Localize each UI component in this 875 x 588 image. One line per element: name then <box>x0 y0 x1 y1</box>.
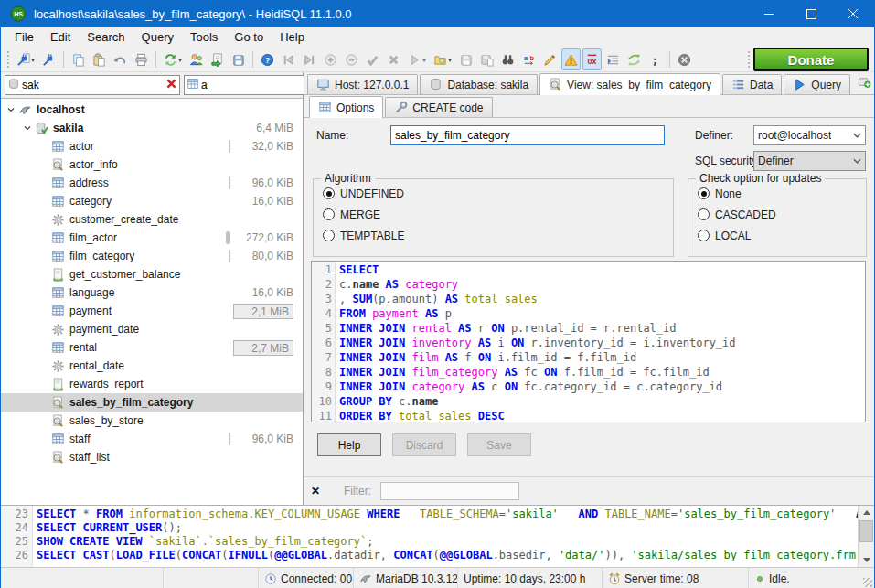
tree-item-rental_date[interactable]: rental_date <box>1 357 303 375</box>
tree-item-sales_by_film_category[interactable]: sales_by_film_category <box>1 393 303 412</box>
new-query-tab-icon[interactable] <box>858 75 871 91</box>
tab-data[interactable]: Data <box>722 74 782 94</box>
save-button[interactable]: Save <box>467 433 531 456</box>
tab-database-sakila[interactable]: Database: sakila <box>420 74 538 94</box>
editor-code[interactable]: SELECTc.name AS category, SUM(p.amount) … <box>336 262 865 422</box>
help-button[interactable]: Help <box>317 433 381 456</box>
menu-help[interactable]: Help <box>272 27 313 48</box>
check-option-radio-local[interactable]: LOCAL <box>698 229 866 242</box>
menu-search[interactable]: Search <box>79 27 133 48</box>
copy-button[interactable] <box>69 48 88 70</box>
refresh-button[interactable]: ▾ <box>161 48 185 70</box>
radio-icon[interactable] <box>323 208 335 220</box>
dropdown-arrow-icon[interactable]: ▾ <box>31 56 35 64</box>
close-button[interactable] <box>832 0 874 27</box>
tree-item-category[interactable]: category 16,0 KiB <box>1 192 303 210</box>
print-button[interactable] <box>132 48 151 70</box>
tree-item-staff[interactable]: staff 96,0 KiB <box>1 430 303 448</box>
dropdown-arrow-icon[interactable]: ▾ <box>448 56 452 64</box>
subtab-create-code[interactable]: CREATE code <box>385 97 492 117</box>
tree-item-payment_date[interactable]: payment_date <box>1 320 303 338</box>
view-name-input[interactable] <box>390 125 665 145</box>
tree-item-localhost[interactable]: localhost <box>1 101 303 119</box>
paste-button[interactable] <box>90 48 109 70</box>
algorithm-radio-temptable[interactable]: TEMPTABLE <box>323 229 673 242</box>
tab-host-127-0-0-1[interactable]: Host: 127.0.0.1 <box>307 74 418 94</box>
tab-query[interactable]: Query <box>784 74 850 94</box>
tab-view-sales-by-film-category[interactable]: View: sales_by_film_category <box>539 73 720 95</box>
algorithm-radio-merge[interactable]: MERGE <box>323 208 673 221</box>
tree-item-rewards_report[interactable]: rewards_report <box>1 375 303 393</box>
donate-grip[interactable] <box>746 51 751 68</box>
radio-icon[interactable] <box>323 230 335 241</box>
donate-button[interactable]: Donate <box>753 48 869 71</box>
session-manager-button[interactable]: ▾ <box>14 48 37 70</box>
reformat-sql-button[interactable] <box>540 48 560 70</box>
tree-item-sakila[interactable]: sakila 6,4 MiB <box>1 119 303 137</box>
definer-combo[interactable]: root@localhost <box>753 125 866 145</box>
resize-grip[interactable] <box>863 578 872 587</box>
discard-button[interactable]: Discard <box>392 433 456 456</box>
discard-changes-button[interactable] <box>384 48 403 70</box>
menu-file[interactable]: File <box>6 27 42 48</box>
indent-button[interactable] <box>603 48 623 70</box>
scrollbar-up-icon[interactable] <box>859 506 874 519</box>
kill-query-button[interactable] <box>675 48 694 70</box>
menu-tools[interactable]: Tools <box>182 27 226 48</box>
maximize-button[interactable] <box>790 0 832 27</box>
export-tables-button[interactable] <box>208 48 227 70</box>
subtab-options[interactable]: Options <box>309 96 383 118</box>
help-button[interactable]: ? <box>258 48 277 70</box>
tree-item-staff_list[interactable]: staff_list <box>1 448 303 466</box>
check-option-radio-none[interactable]: None <box>698 187 866 200</box>
tree-item-rental[interactable]: rental 2,7 MiB <box>1 338 303 357</box>
scrollbar-thumb[interactable] <box>859 520 873 542</box>
undo-button[interactable] <box>111 48 130 70</box>
scrollbar-down-icon[interactable] <box>859 553 874 567</box>
save-sql-as-button[interactable] <box>477 48 496 70</box>
query-parameters-button[interactable] <box>624 48 644 70</box>
sql-security-combo[interactable]: Definer <box>753 151 866 171</box>
tree-item-language[interactable]: language 16,0 KiB <box>1 283 303 302</box>
database-filter-input[interactable] <box>20 79 165 91</box>
execute-sql-button[interactable]: ▾ <box>405 48 429 70</box>
tree-item-address[interactable]: address 96,0 KiB <box>1 174 303 192</box>
view-select-editor[interactable]: 1234567891011 SELECTc.name AS category, … <box>311 261 866 422</box>
replace-text-button[interactable]: ab <box>519 48 539 70</box>
load-sql-file-button[interactable]: ▾ <box>431 48 454 70</box>
tree-item-payment[interactable]: payment 2,1 MiB <box>1 302 303 320</box>
last-row-button[interactable] <box>300 48 319 70</box>
menu-query[interactable]: Query <box>133 27 182 48</box>
tree-item-get_customer_balance[interactable]: get_customer_balance <box>1 265 303 283</box>
tree-item-actor[interactable]: actor 32,0 KiB <box>1 137 303 155</box>
toolbar-grip[interactable] <box>5 51 10 68</box>
filter-input[interactable] <box>380 482 519 500</box>
database-filter-clear-icon[interactable] <box>165 78 177 92</box>
stop-on-errors-toggle[interactable] <box>561 48 581 70</box>
binary-as-hex-toggle[interactable]: 0x <box>582 48 602 70</box>
dropdown-arrow-icon[interactable]: ▾ <box>178 56 182 64</box>
minimize-button[interactable] <box>748 0 790 27</box>
tree-item-film_actor[interactable]: film_actor 272,0 KiB <box>1 229 303 247</box>
insert-row-button[interactable] <box>321 48 340 70</box>
tree-item-customer_create_date[interactable]: customer_create_date <box>1 210 303 229</box>
radio-icon[interactable] <box>698 187 710 199</box>
menu-go-to[interactable]: Go to <box>226 27 272 48</box>
user-manager-button[interactable] <box>187 48 206 70</box>
save-sql-button[interactable] <box>456 48 475 70</box>
radio-icon[interactable] <box>323 187 335 199</box>
first-row-button[interactable] <box>279 48 298 70</box>
post-changes-button[interactable] <box>363 48 382 70</box>
menu-edit[interactable]: Edit <box>42 27 79 48</box>
delete-row-button[interactable] <box>342 48 361 70</box>
bulk-insert-button[interactable] <box>229 48 248 70</box>
find-text-button[interactable] <box>498 48 518 70</box>
tree-item-sales_by_store[interactable]: sales_by_store <box>1 412 303 430</box>
log-scrollbar[interactable] <box>858 506 874 567</box>
algorithm-radio-undefined[interactable]: UNDEFINED <box>323 187 673 200</box>
check-option-radio-cascaded[interactable]: CASCADED <box>698 208 866 221</box>
tree-item-actor_info[interactable]: actor_info <box>1 155 303 174</box>
filter-close-icon[interactable]: ✕ <box>304 485 327 497</box>
delimiter-button[interactable]: ; <box>646 48 665 70</box>
dropdown-arrow-icon[interactable]: ▾ <box>422 56 426 64</box>
